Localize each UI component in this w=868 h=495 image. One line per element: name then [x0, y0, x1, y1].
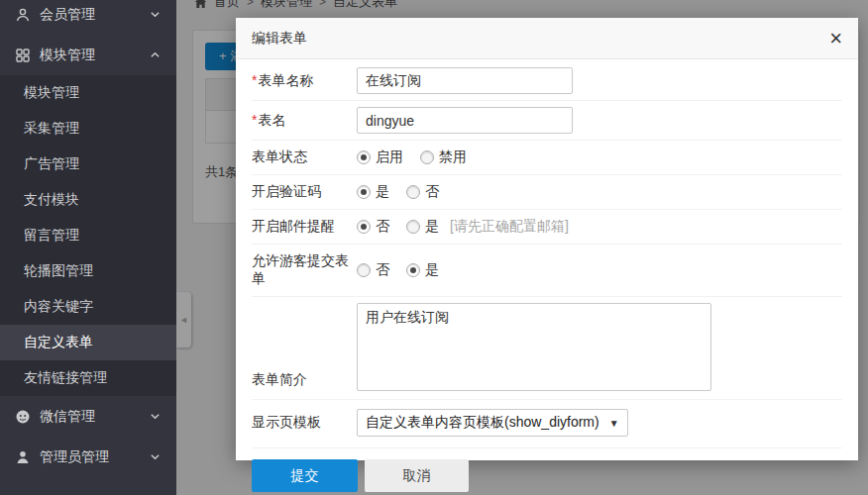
radio-checked-icon[interactable] [357, 220, 371, 234]
radio-option-label: 是 [425, 261, 439, 279]
form-row-form-name: *表单名称 [252, 61, 842, 101]
app-root: 会员管理 模块管理 模块管理 采集管理 广告管理 支付模块 留言管理 [0, 0, 868, 495]
sidebar-item-member-mgmt[interactable]: 会员管理 [0, 0, 176, 35]
display-template-select[interactable]: 自定义表单内容页模板(show_diyform) ▼ [357, 409, 628, 437]
sidebar-sub-item-module[interactable]: 模块管理 [0, 75, 176, 111]
sidebar-sub-item-keyword[interactable]: 内容关键字 [0, 289, 176, 325]
chevron-down-icon [150, 411, 161, 422]
status-label: 表单状态 [252, 148, 357, 166]
guest-submit-label: 允许游客提交表单 [252, 252, 357, 288]
radio-checked-icon[interactable] [357, 185, 371, 199]
form-row-table-name: *表名 [252, 101, 842, 141]
sidebar-item-label: 模块管理 [40, 47, 95, 64]
grid-icon [14, 47, 31, 63]
radio-unchecked-icon[interactable] [406, 220, 420, 234]
select-value: 自定义表单内容页模板(show_diyform) [366, 414, 599, 432]
template-label: 显示页模板 [252, 414, 357, 432]
guest-submit-radio-group: 否 是 [357, 261, 439, 279]
sidebar-item-label: 微信管理 [40, 408, 95, 426]
table-name-label: *表名 [252, 112, 357, 130]
captcha-option-yes[interactable]: 是 [357, 183, 389, 201]
email-config-hint: [请先正确配置邮箱] [450, 218, 569, 236]
sidebar-sub-item-message[interactable]: 留言管理 [0, 218, 176, 253]
form-row-intro: 表单简介 用户在线订阅 [252, 297, 842, 400]
form-name-input[interactable] [357, 67, 573, 94]
radio-option-label: 否 [376, 218, 389, 236]
guest-submit-option-yes[interactable]: 是 [406, 261, 439, 279]
sidebar-item-module-mgmt[interactable]: 模块管理 [0, 35, 176, 75]
email-notice-label: 开启邮件提醒 [252, 218, 357, 236]
required-asterisk: * [252, 72, 257, 88]
radio-unchecked-icon[interactable] [357, 263, 371, 277]
chevron-up-icon [150, 50, 161, 60]
admin-user-icon [14, 448, 31, 465]
table-name-input[interactable] [357, 107, 573, 134]
sidebar-sub-item-payment[interactable]: 支付模块 [0, 182, 176, 218]
close-icon[interactable]: × [829, 28, 842, 50]
sub-item-label: 留言管理 [24, 227, 79, 245]
intro-label: 表单简介 [252, 371, 357, 391]
sidebar-item-label: 管理员管理 [40, 448, 109, 466]
captcha-radio-group: 是 否 [357, 183, 439, 201]
wechat-icon [14, 408, 31, 425]
form-row-captcha: 开启验证码 是 否 [252, 175, 842, 210]
form-row-guest-submit: 允许游客提交表单 否 是 [252, 245, 842, 297]
status-option-disabled[interactable]: 禁用 [420, 148, 467, 166]
sidebar-item-label: 会员管理 [40, 6, 95, 24]
sidebar-item-admin-mgmt[interactable]: 管理员管理 [0, 437, 176, 477]
radio-option-label: 是 [425, 218, 439, 236]
radio-checked-icon[interactable] [357, 150, 371, 164]
sidebar: 会员管理 模块管理 模块管理 采集管理 广告管理 支付模块 留言管理 [0, 0, 176, 495]
email-notice-radio-group: 否 是 [357, 218, 439, 236]
form-row-buttons: 提交 取消 [252, 448, 842, 492]
captcha-label: 开启验证码 [252, 183, 357, 201]
sidebar-sub-item-carousel[interactable]: 轮播图管理 [0, 253, 176, 289]
form-row-status: 表单状态 启用 禁用 [252, 141, 842, 175]
intro-textarea[interactable]: 用户在线订阅 [357, 303, 711, 391]
captcha-option-no[interactable]: 否 [406, 183, 439, 201]
cancel-button[interactable]: 取消 [365, 459, 469, 492]
sub-item-label: 友情链接管理 [24, 369, 107, 387]
sub-item-label: 轮播图管理 [24, 262, 93, 280]
sidebar-item-wechat-mgmt[interactable]: 微信管理 [0, 396, 176, 437]
radio-option-label: 启用 [376, 148, 403, 166]
main-content: 首页 > 模块管理 > 自定义表单 + 添加表单 7 共1条记录 ◄ 编辑表单 [176, 0, 868, 495]
sub-item-label: 支付模块 [24, 191, 79, 209]
email-notice-option-no[interactable]: 否 [357, 218, 389, 236]
status-option-enabled[interactable]: 启用 [357, 148, 403, 166]
modal-title: 编辑表单 [252, 30, 307, 48]
sidebar-sub-item-diyform[interactable]: 自定义表单 [0, 325, 176, 360]
sidebar-submenu: 模块管理 采集管理 广告管理 支付模块 留言管理 轮播图管理 内容关键字 自定义… [0, 75, 176, 396]
radio-option-label: 是 [376, 183, 389, 201]
caret-down-icon: ▼ [609, 418, 619, 429]
radio-option-label: 否 [425, 183, 439, 201]
submit-button[interactable]: 提交 [252, 459, 358, 492]
radio-option-label: 禁用 [439, 148, 467, 166]
guest-submit-option-no[interactable]: 否 [357, 261, 389, 279]
radio-option-label: 否 [376, 261, 389, 279]
email-notice-option-yes[interactable]: 是 [406, 218, 439, 236]
radio-unchecked-icon[interactable] [406, 185, 420, 199]
sub-item-label: 自定义表单 [24, 334, 93, 351]
form-row-email-notice: 开启邮件提醒 否 是 [请先正确配置邮箱] [252, 210, 842, 245]
user-outline-icon [14, 6, 31, 23]
required-asterisk: * [252, 112, 257, 128]
chevron-down-icon [150, 9, 161, 20]
sub-item-label: 广告管理 [24, 155, 79, 173]
radio-unchecked-icon[interactable] [420, 150, 434, 164]
sub-item-label: 内容关键字 [24, 298, 93, 316]
radio-checked-icon[interactable] [406, 263, 420, 277]
edit-form-modal: 编辑表单 × *表单名称 *表名 表单状态 启用 禁用 [236, 18, 858, 460]
sub-item-label: 模块管理 [24, 84, 79, 102]
sub-item-label: 采集管理 [24, 120, 79, 138]
form-name-label: *表单名称 [252, 72, 357, 90]
sidebar-sub-item-links[interactable]: 友情链接管理 [0, 360, 176, 396]
sidebar-sub-item-collect[interactable]: 采集管理 [0, 111, 176, 147]
modal-header: 编辑表单 × [236, 18, 858, 59]
status-radio-group: 启用 禁用 [357, 148, 467, 166]
sidebar-sub-item-ad[interactable]: 广告管理 [0, 147, 176, 182]
form-row-template: 显示页模板 自定义表单内容页模板(show_diyform) ▼ [252, 400, 842, 448]
modal-body: *表单名称 *表名 表单状态 启用 禁用 开启验证码 [236, 59, 858, 492]
chevron-down-icon [150, 451, 161, 462]
